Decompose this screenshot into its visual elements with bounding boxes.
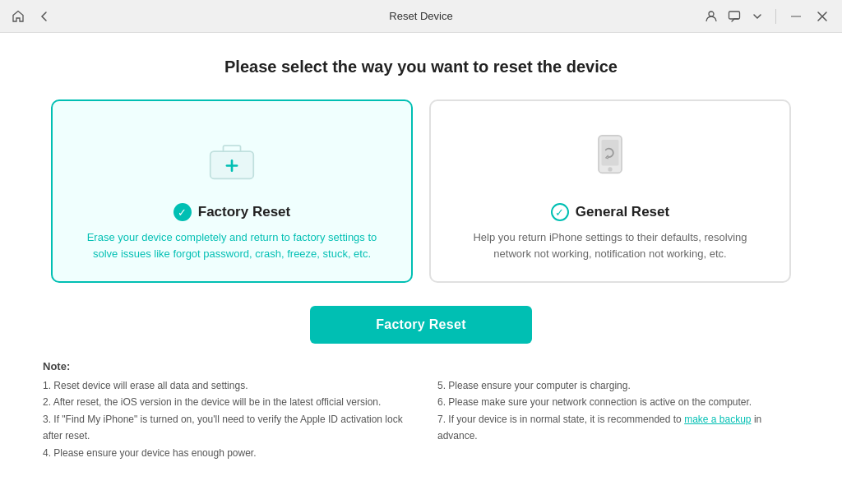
note-1: 1. Reset device will erase all data and …	[43, 377, 405, 394]
general-reset-title: General Reset	[576, 204, 669, 220]
svg-rect-1	[729, 12, 740, 19]
factory-reset-icon	[199, 124, 265, 190]
minimize-button[interactable]	[786, 7, 806, 26]
factory-reset-title-row: ✓ Factory Reset	[173, 203, 290, 221]
svg-rect-7	[602, 140, 619, 166]
general-reset-title-row: ✓ General Reset	[551, 203, 669, 221]
note-5: 5. Please ensure your computer is chargi…	[437, 377, 799, 394]
chat-icon[interactable]	[726, 8, 743, 25]
factory-reset-button[interactable]: Factory Reset	[310, 306, 532, 344]
svg-rect-2	[791, 16, 801, 16]
svg-point-0	[709, 12, 714, 16]
general-reset-card[interactable]: ✓ General Reset Help you return iPhone s…	[429, 99, 791, 283]
svg-point-8	[608, 167, 612, 171]
note-6: 6. Please make sure your network connect…	[437, 394, 799, 410]
window-title: Reset Device	[389, 10, 452, 22]
titlebar-left	[10, 8, 53, 25]
page-heading: Please select the way you want to reset …	[224, 58, 618, 76]
note-2: 2. After reset, the iOS version in the d…	[43, 394, 405, 410]
notes-title: Note:	[43, 360, 799, 372]
notes-columns: 1. Reset device will erase all data and …	[43, 377, 799, 461]
factory-reset-desc: Erase your device completely and return …	[77, 229, 386, 261]
reset-options-row: ✓ Factory Reset Erase your device comple…	[43, 99, 799, 283]
note-3: 3. If "Find My iPhone" is turned on, you…	[43, 411, 405, 445]
titlebar-right	[703, 7, 832, 26]
chevron-down-icon[interactable]	[749, 8, 766, 25]
backup-link[interactable]: make a backup	[684, 414, 751, 425]
close-button[interactable]	[812, 7, 832, 26]
factory-reset-check-icon: ✓	[173, 203, 192, 221]
general-reset-check-icon: ✓	[551, 203, 569, 221]
general-reset-icon	[577, 124, 643, 190]
note-7: 7. If your device is in normal state, it…	[437, 411, 799, 445]
main-content: Please select the way you want to reset …	[0, 33, 842, 504]
notes-right: 5. Please ensure your computer is chargi…	[437, 377, 799, 461]
user-icon[interactable]	[703, 8, 719, 25]
notes-section: Note: 1. Reset device will erase all dat…	[43, 360, 799, 461]
factory-reset-title: Factory Reset	[198, 204, 290, 220]
notes-left: 1. Reset device will erase all data and …	[43, 377, 405, 461]
back-icon[interactable]	[36, 8, 53, 25]
general-reset-desc: Help you return iPhone settings to their…	[456, 229, 765, 261]
note-4: 4. Please ensure your device has enough …	[43, 445, 405, 461]
factory-reset-card[interactable]: ✓ Factory Reset Erase your device comple…	[51, 99, 413, 283]
home-icon[interactable]	[10, 8, 26, 25]
titlebar-divider	[775, 9, 776, 24]
titlebar: Reset Device	[0, 0, 842, 33]
